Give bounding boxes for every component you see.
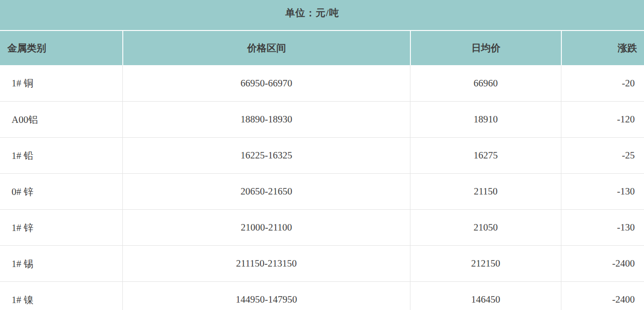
change-cell: -20	[561, 65, 644, 101]
metal-name-cell: 1# 锡	[0, 245, 122, 281]
change-cell: -120	[561, 101, 644, 137]
unit-row: 单位：元/吨	[0, 0, 644, 30]
change-cell: -130	[561, 173, 644, 209]
table-body: 1# 铜 66950-66970 66960 -20 A00铝 18890-18…	[0, 65, 644, 310]
price-range-cell: 18890-18930	[122, 101, 410, 137]
metal-price-table: 金属类别 价格区间 日均价 涨跌 1# 铜 66950-66970 66960 …	[0, 31, 644, 310]
table-row: A00铝 18890-18930 18910 -120	[0, 101, 644, 137]
avg-price-cell: 21150	[410, 173, 561, 209]
metal-name-cell: 1# 锌	[0, 209, 122, 245]
avg-price-cell: 21050	[410, 209, 561, 245]
metal-name-cell: 1# 镍	[0, 281, 122, 310]
change-cell: -2400	[561, 281, 644, 310]
table-header: 金属类别 价格区间 日均价 涨跌	[0, 31, 644, 65]
metal-name-cell: 0# 锌	[0, 173, 122, 209]
unit-label: 单位：元/吨	[285, 6, 339, 19]
table-row: 1# 铅 16225-16325 16275 -25	[0, 137, 644, 173]
price-range-cell: 211150-213150	[122, 245, 410, 281]
avg-price-cell: 66960	[410, 65, 561, 101]
metals-price-page: 单位：元/吨 金属类别 价格区间 日均价 涨跌 1# 铜 66950-66970…	[0, 0, 644, 310]
price-range-cell: 16225-16325	[122, 137, 410, 173]
metal-name-cell: 1# 铜	[0, 65, 122, 101]
price-range-cell: 66950-66970	[122, 65, 410, 101]
change-cell: -25	[561, 137, 644, 173]
table-row: 1# 锡 211150-213150 212150 -2400	[0, 245, 644, 281]
table-row: 1# 铜 66950-66970 66960 -20	[0, 65, 644, 101]
header-row: 金属类别 价格区间 日均价 涨跌	[0, 31, 644, 65]
avg-price-cell: 18910	[410, 101, 561, 137]
price-range-cell: 20650-21650	[122, 173, 410, 209]
price-range-cell: 144950-147950	[122, 281, 410, 310]
table-row: 1# 镍 144950-147950 146450 -2400	[0, 281, 644, 310]
column-header-avg: 日均价	[410, 31, 561, 65]
column-header-metal: 金属类别	[0, 31, 122, 65]
price-range-cell: 21000-21100	[122, 209, 410, 245]
metal-name-cell: A00铝	[0, 101, 122, 137]
column-header-range: 价格区间	[122, 31, 410, 65]
column-header-change: 涨跌	[561, 31, 644, 65]
metal-name-cell: 1# 铅	[0, 137, 122, 173]
table-row: 0# 锌 20650-21650 21150 -130	[0, 173, 644, 209]
avg-price-cell: 212150	[410, 245, 561, 281]
change-cell: -2400	[561, 245, 644, 281]
avg-price-cell: 146450	[410, 281, 561, 310]
change-cell: -130	[561, 209, 644, 245]
avg-price-cell: 16275	[410, 137, 561, 173]
table-row: 1# 锌 21000-21100 21050 -130	[0, 209, 644, 245]
